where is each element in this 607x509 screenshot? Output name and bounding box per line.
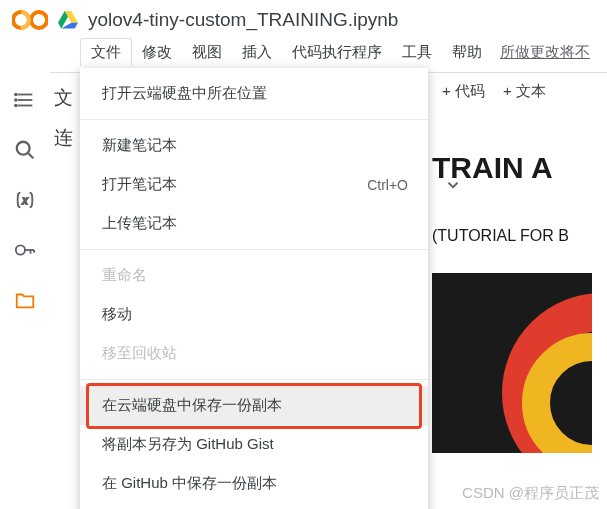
menu-separator bbox=[80, 249, 428, 250]
svg-point-9 bbox=[17, 142, 30, 155]
menu-item-save-gist[interactable]: 将副本另存为 GitHub Gist bbox=[80, 425, 428, 464]
menu-item-rename: 重命名 bbox=[80, 256, 428, 295]
title-bar: yolov4-tiny-custom_TRAINING.ipynb bbox=[0, 0, 607, 36]
shortcut-label: Ctrl+O bbox=[367, 177, 408, 193]
menu-item-new-notebook[interactable]: 新建笔记本 bbox=[80, 126, 428, 165]
menu-separator bbox=[80, 119, 428, 120]
svg-point-12 bbox=[16, 245, 25, 254]
menu-help[interactable]: 帮助 bbox=[442, 39, 492, 66]
embedded-image bbox=[432, 273, 592, 453]
svg-point-8 bbox=[15, 105, 17, 107]
add-text-button[interactable]: + 文本 bbox=[503, 82, 546, 101]
menu-separator bbox=[80, 379, 428, 380]
save-status-link[interactable]: 所做更改将不 bbox=[500, 43, 590, 62]
svg-text:x: x bbox=[21, 195, 28, 206]
svg-point-1 bbox=[31, 12, 47, 28]
secrets-icon[interactable] bbox=[14, 239, 36, 261]
menu-item-open-notebook[interactable]: 打开笔记本Ctrl+O bbox=[80, 165, 428, 204]
menu-item-save-github[interactable]: 在 GitHub 中保存一份副本 bbox=[80, 464, 428, 503]
svg-point-7 bbox=[15, 99, 17, 101]
google-drive-icon bbox=[58, 11, 78, 29]
variables-icon[interactable]: x bbox=[14, 189, 36, 211]
colab-logo-icon bbox=[12, 8, 48, 32]
document-title[interactable]: yolov4-tiny-custom_TRAINING.ipynb bbox=[88, 9, 398, 31]
left-rail: x bbox=[0, 73, 50, 509]
svg-line-10 bbox=[28, 153, 34, 159]
menu-item-locate-drive[interactable]: 打开云端硬盘中所在位置 bbox=[80, 74, 428, 113]
chevron-down-icon[interactable] bbox=[444, 176, 462, 194]
menu-item-trash: 移至回收站 bbox=[80, 334, 428, 373]
notebook-subheading: (TUTORIAL FOR B bbox=[432, 227, 607, 245]
toc-icon[interactable] bbox=[14, 89, 36, 111]
search-icon[interactable] bbox=[14, 139, 36, 161]
menu-file[interactable]: 文件 bbox=[80, 38, 132, 66]
menu-edit[interactable]: 修改 bbox=[132, 39, 182, 66]
svg-point-6 bbox=[15, 94, 17, 96]
menubar: 文件 修改 视图 插入 代码执行程序 工具 帮助 所做更改将不 bbox=[0, 36, 607, 72]
notebook-content-peek: + 代码 + 文本 TRAIN A (TUTORIAL FOR B bbox=[432, 68, 607, 453]
file-dropdown-menu: 打开云端硬盘中所在位置 新建笔记本 打开笔记本Ctrl+O 上传笔记本 重命名 … bbox=[80, 68, 428, 509]
menu-item-upload-notebook[interactable]: 上传笔记本 bbox=[80, 204, 428, 243]
files-icon[interactable] bbox=[14, 289, 36, 311]
menu-runtime[interactable]: 代码执行程序 bbox=[282, 39, 392, 66]
menu-insert[interactable]: 插入 bbox=[232, 39, 282, 66]
menu-item-save-copy-drive[interactable]: 在云端硬盘中保存一份副本 bbox=[80, 386, 428, 425]
menu-item-move[interactable]: 移动 bbox=[80, 295, 428, 334]
add-code-button[interactable]: + 代码 bbox=[442, 82, 485, 101]
menu-view[interactable]: 视图 bbox=[182, 39, 232, 66]
menu-tools[interactable]: 工具 bbox=[392, 39, 442, 66]
